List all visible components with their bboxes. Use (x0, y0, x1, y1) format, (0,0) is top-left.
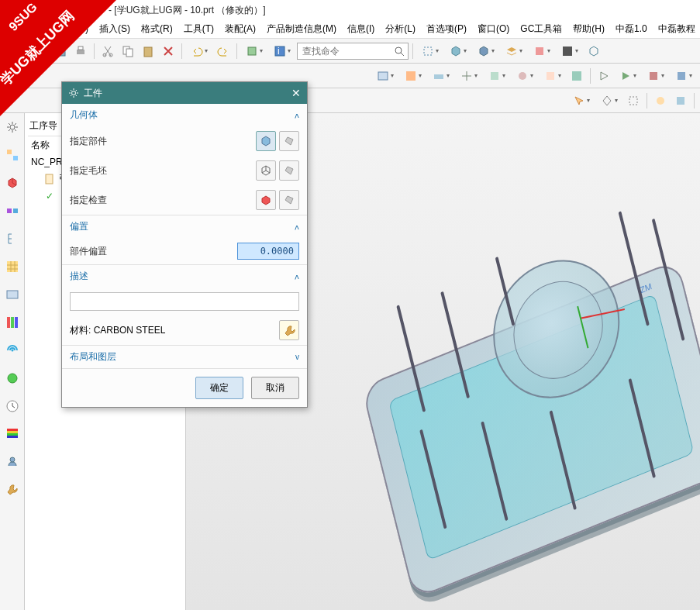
op2[interactable] (400, 67, 426, 85)
delete-button[interactable] (159, 42, 178, 60)
specify-blank-label: 指定毛坯 (70, 164, 107, 177)
tools-icon[interactable] (3, 481, 22, 499)
render-button[interactable] (445, 42, 471, 60)
svg-rect-10 (248, 47, 256, 55)
feature-button[interactable] (241, 42, 267, 60)
sel5[interactable] (671, 91, 690, 110)
undo-button[interactable] (186, 42, 212, 60)
svg-rect-22 (547, 72, 554, 80)
layer-button[interactable] (501, 42, 527, 60)
svg-rect-31 (13, 156, 18, 160)
svg-rect-9 (144, 47, 152, 57)
menu-format[interactable]: 格式(R) (138, 21, 176, 37)
material-edit-button[interactable] (279, 320, 299, 340)
menu-preferences[interactable]: 首选项(P) (423, 21, 470, 37)
layout-section-header[interactable]: 布局和图层 v (62, 346, 307, 368)
menu-zhonglei-tutorial[interactable]: 中磊教程 (655, 21, 698, 37)
globe-icon[interactable] (3, 369, 22, 388)
color-button[interactable] (557, 42, 583, 60)
menu-assembly[interactable]: 装配(A) (222, 21, 259, 37)
fit-button[interactable] (417, 42, 443, 60)
play1[interactable] (595, 67, 613, 85)
svg-rect-20 (491, 72, 498, 80)
specify-check-label: 指定检查 (70, 194, 107, 207)
svg-point-21 (519, 72, 526, 80)
clip-button[interactable] (529, 42, 555, 60)
menu-help[interactable]: 帮助(H) (570, 21, 608, 37)
more-button[interactable] (584, 42, 603, 60)
info-button[interactable]: i (269, 42, 295, 60)
op8[interactable] (567, 67, 586, 85)
menu-window[interactable]: 窗口(O) (474, 21, 512, 37)
tree-header-label: 工序导 (29, 119, 57, 133)
menu-zhonglei1[interactable]: 中磊1.0 (612, 21, 650, 37)
gradient-icon[interactable] (3, 425, 22, 443)
play2[interactable] (615, 67, 641, 85)
cancel-button[interactable]: 取消 (251, 377, 299, 399)
part-nav-icon[interactable] (3, 146, 22, 164)
reuse-icon[interactable] (3, 285, 22, 304)
svg-rect-35 (7, 291, 18, 298)
menu-info[interactable]: 信息(I) (344, 21, 378, 37)
display-check-button[interactable] (279, 190, 299, 210)
copy-button[interactable] (119, 42, 137, 60)
op1[interactable] (372, 67, 398, 85)
specify-part-button[interactable] (256, 131, 276, 151)
svg-rect-16 (563, 47, 572, 56)
specify-blank-button[interactable] (256, 160, 276, 181)
workpiece-dialog: 工件 ✕ 几何体 ʌ 指定部件 指定毛坯 (61, 81, 308, 408)
svg-rect-30 (7, 150, 12, 154)
description-section-header[interactable]: 描述 ʌ (62, 265, 307, 288)
search-button[interactable] (391, 43, 408, 59)
svg-rect-24 (650, 72, 657, 80)
op5[interactable] (484, 67, 510, 85)
op7[interactable] (540, 67, 566, 85)
sel2[interactable] (596, 91, 622, 110)
svg-rect-28 (677, 97, 684, 105)
clock-icon[interactable] (3, 397, 22, 415)
history-icon[interactable] (3, 313, 22, 332)
sel3[interactable] (624, 91, 643, 110)
sel1[interactable] (568, 91, 595, 110)
svg-point-29 (10, 125, 15, 129)
roles-icon[interactable] (3, 453, 22, 471)
svg-point-39 (11, 350, 13, 352)
redo-button[interactable] (214, 42, 233, 60)
play4[interactable] (671, 67, 697, 85)
op4[interactable] (456, 67, 482, 85)
assembly-nav-icon[interactable] (3, 174, 22, 192)
sel4[interactable] (651, 91, 670, 110)
play3[interactable] (643, 67, 669, 85)
shade-button[interactable] (473, 42, 499, 60)
paste-button[interactable] (139, 42, 157, 60)
menu-tools[interactable]: 工具(T) (181, 21, 217, 37)
svg-point-13 (395, 47, 402, 53)
svg-rect-43 (7, 431, 18, 433)
svg-rect-42 (7, 429, 18, 431)
op6[interactable] (512, 67, 538, 85)
menu-gctoolbox[interactable]: GC工具箱 (517, 21, 565, 37)
specify-check-button[interactable] (256, 190, 276, 210)
description-input[interactable] (70, 292, 299, 311)
menu-analysis[interactable]: 分析(L) (382, 21, 419, 37)
constraint-icon[interactable] (3, 202, 22, 220)
chevron-up-icon: ʌ (295, 111, 299, 119)
sheet-icon[interactable] (3, 257, 22, 276)
close-button[interactable]: ✕ (291, 87, 301, 99)
search-input[interactable] (298, 46, 391, 57)
display-blank-button[interactable] (279, 160, 299, 181)
svg-rect-45 (7, 436, 18, 438)
display-part-button[interactable] (279, 131, 299, 151)
tree-icon[interactable] (3, 229, 22, 248)
svg-point-46 (10, 457, 15, 462)
svg-rect-14 (424, 47, 432, 55)
op3[interactable] (428, 67, 454, 85)
gear-icon[interactable] (3, 118, 22, 136)
svg-rect-38 (15, 317, 18, 328)
offset-section-header[interactable]: 偏置 ʌ (62, 215, 307, 238)
doc-icon (43, 173, 56, 185)
menu-pmi[interactable]: 产品制造信息(M) (264, 21, 340, 37)
ok-button[interactable]: 确定 (195, 377, 243, 399)
signal-icon[interactable] (3, 341, 22, 360)
part-offset-input[interactable] (237, 243, 299, 260)
